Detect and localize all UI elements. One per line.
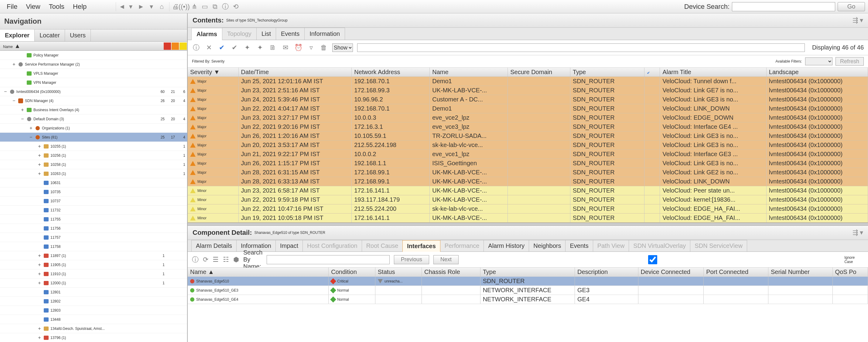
expand-icon[interactable]: + bbox=[11, 62, 17, 67]
alarm-delete-icon[interactable]: ✕ bbox=[205, 43, 213, 52]
tree-row[interactable]: 11757 bbox=[0, 233, 187, 242]
dcol-header[interactable]: Port Connected bbox=[704, 268, 768, 277]
refresh-button[interactable]: Refresh bbox=[836, 57, 864, 66]
tree-row[interactable]: +10255 (1)1 bbox=[0, 142, 187, 151]
dtab-neighbors[interactable]: Neighbors bbox=[529, 240, 565, 251]
tree-row[interactable]: +Business Intent Overlays (4) bbox=[0, 105, 187, 115]
tree-row[interactable]: 11732 bbox=[0, 206, 187, 215]
expand-icon[interactable]: + bbox=[37, 253, 42, 258]
expand-icon[interactable]: + bbox=[29, 125, 33, 131]
menu-help[interactable]: Help bbox=[69, 2, 90, 12]
sev-filter-minor[interactable] bbox=[180, 42, 187, 50]
detail-list2-icon[interactable]: ☷ bbox=[223, 255, 229, 264]
detail-info-icon[interactable]: ⓘ bbox=[192, 255, 198, 264]
tree-row[interactable]: +Organizations (1) bbox=[0, 124, 187, 133]
go-button[interactable]: Go bbox=[838, 2, 865, 11]
alarm-tool2-icon[interactable]: ✦ bbox=[256, 43, 264, 52]
forward-dropdown-icon[interactable]: ▾ bbox=[147, 2, 156, 11]
tab-locater[interactable]: Locater bbox=[35, 29, 65, 41]
tree-row[interactable]: +11910 (1)1 bbox=[0, 270, 187, 279]
tree-row[interactable]: 12801 bbox=[0, 288, 187, 297]
tree-row[interactable]: −Default Domain (3)25204 bbox=[0, 115, 187, 124]
expand-icon[interactable]: − bbox=[3, 89, 8, 94]
tree-row[interactable]: 13448 bbox=[0, 315, 187, 324]
expand-icon[interactable]: + bbox=[37, 262, 42, 268]
menu-view[interactable]: View bbox=[22, 2, 44, 12]
next-button[interactable]: Next bbox=[433, 255, 459, 264]
dcol-header[interactable]: Type bbox=[480, 268, 575, 277]
tree-row[interactable]: +10263 (1)1 bbox=[0, 169, 187, 178]
tree-row[interactable]: +10256 (1)1 bbox=[0, 151, 187, 160]
alarm-row[interactable]: MinorJun 22, 2021 9:59:18 PM IST193.117.… bbox=[188, 195, 868, 205]
dcol-header[interactable]: Condition bbox=[329, 268, 375, 277]
detail-list1-icon[interactable]: ☰ bbox=[213, 255, 219, 264]
alarm-row[interactable]: MajorJun 23, 2021 2:51:16 AM IST172.168.… bbox=[188, 86, 868, 95]
col-header[interactable]: Date/Time bbox=[239, 68, 352, 77]
tab-alarms[interactable]: Alarms bbox=[191, 28, 222, 40]
splitter[interactable] bbox=[188, 223, 868, 226]
alarms-grid[interactable]: Severity ▼Date/TimeNetwork AddressNameSe… bbox=[188, 68, 868, 223]
tab-events[interactable]: Events bbox=[276, 28, 305, 40]
network-icon[interactable]: ⋔ bbox=[190, 2, 199, 11]
menu-tools[interactable]: Tools bbox=[45, 2, 68, 12]
alarm-row[interactable]: MinorJun 22, 2021 10:47:16 PM IST212.55.… bbox=[188, 205, 868, 214]
tree-row[interactable]: +11905 (1)1 bbox=[0, 260, 187, 270]
expand-icon[interactable]: + bbox=[37, 280, 42, 286]
broadcast-icon[interactable]: ((•)) bbox=[180, 2, 189, 11]
tree-row[interactable]: +13796 (1) bbox=[0, 333, 187, 342]
tree-row[interactable]: VPN Manager bbox=[0, 78, 187, 87]
tree-col-name[interactable]: Name ▲ bbox=[3, 42, 163, 50]
tree-row[interactable]: VPLS Manager bbox=[0, 69, 187, 78]
alarm-filter-icon[interactable]: ▿ bbox=[307, 43, 315, 52]
copy-icon[interactable]: ⧉ bbox=[211, 2, 220, 11]
alarm-row[interactable]: MajorJun 22, 2021 9:20:16 PM IST172.16.3… bbox=[188, 122, 868, 131]
tree-row[interactable]: 11758 bbox=[0, 242, 187, 251]
back-icon[interactable]: ◄ bbox=[116, 2, 125, 11]
dtab-events[interactable]: Events bbox=[565, 240, 593, 251]
detail-refresh-icon[interactable]: ⟳ bbox=[203, 255, 208, 264]
expand-icon[interactable]: + bbox=[37, 153, 42, 158]
tab-users[interactable]: Users bbox=[65, 29, 91, 41]
alarm-clock-icon[interactable]: ⏰ bbox=[294, 43, 303, 52]
tree-row[interactable]: 10735 bbox=[0, 187, 187, 196]
alarm-search-input[interactable] bbox=[357, 43, 805, 52]
dcol-header[interactable]: Serial Number bbox=[768, 268, 833, 277]
expand-icon[interactable]: + bbox=[37, 326, 42, 331]
col-header[interactable]: Landscape bbox=[766, 68, 868, 77]
alarm-tool1-icon[interactable]: ✦ bbox=[243, 43, 251, 52]
detail-row[interactable]: Shanavas_Edge510Criticalunreacha...SDN_R… bbox=[188, 277, 868, 286]
tab-explorer[interactable]: Explorer bbox=[0, 29, 35, 41]
alarm-doc-icon[interactable]: 🗎 bbox=[269, 43, 277, 52]
sev-filter-critical[interactable] bbox=[164, 42, 171, 50]
expand-icon[interactable]: + bbox=[37, 162, 42, 167]
tree-row[interactable]: 12803 bbox=[0, 306, 187, 315]
alarm-row[interactable]: MinorJun 19, 2021 10:05:18 PM IST172.16.… bbox=[188, 214, 868, 223]
detail-row[interactable]: Shanavas_Edge510_GE3NormalNETWORK_INTERF… bbox=[188, 286, 868, 295]
show-select[interactable]: Show bbox=[332, 43, 353, 52]
forward-icon[interactable]: ► bbox=[136, 2, 146, 11]
dtab-alarm-details[interactable]: Alarm Details bbox=[191, 240, 237, 251]
col-header[interactable]: Alarm Title bbox=[660, 68, 766, 77]
previous-button[interactable]: Previous bbox=[394, 255, 429, 264]
expand-icon[interactable]: − bbox=[11, 98, 17, 103]
expand-icon[interactable]: + bbox=[37, 271, 42, 277]
detail-grid[interactable]: Name ▲ConditionStatusChassis RoleTypeDes… bbox=[188, 268, 868, 342]
expand-icon[interactable]: + bbox=[20, 107, 25, 113]
dcol-header[interactable]: QoS Po bbox=[833, 268, 868, 277]
tree-row[interactable]: +11897 (1)1 bbox=[0, 251, 187, 260]
tree-row[interactable]: 10737 bbox=[0, 196, 187, 206]
alarm-row[interactable]: MinorJun 23, 2021 6:58:17 AM IST172.16.1… bbox=[188, 186, 868, 195]
dcol-header[interactable]: Description bbox=[575, 268, 639, 277]
alarm-row[interactable]: MajorJun 25, 2021 12:01:16 AM IST192.168… bbox=[188, 77, 868, 86]
detail-share-icon[interactable]: ⇶ ▾ bbox=[852, 229, 863, 237]
alarm-row[interactable]: MajorJun 21, 2021 9:22:17 PM IST10.0.0.2… bbox=[188, 150, 868, 159]
info-icon[interactable]: ⓘ bbox=[221, 2, 230, 11]
dtab-impact[interactable]: Impact bbox=[276, 240, 303, 251]
col-header[interactable]: Secure Domain bbox=[508, 68, 570, 77]
alarm-info-icon[interactable]: ⓘ bbox=[192, 43, 200, 52]
alarm-row[interactable]: MajorJun 28, 2021 6:33:13 AM IST172.168.… bbox=[188, 177, 868, 186]
tree-row[interactable]: 11755 bbox=[0, 215, 187, 224]
alarm-trash-icon[interactable]: 🗑 bbox=[319, 43, 328, 52]
detail-device-icon[interactable]: ⬢ bbox=[233, 255, 239, 264]
device-search-input[interactable] bbox=[732, 2, 835, 11]
